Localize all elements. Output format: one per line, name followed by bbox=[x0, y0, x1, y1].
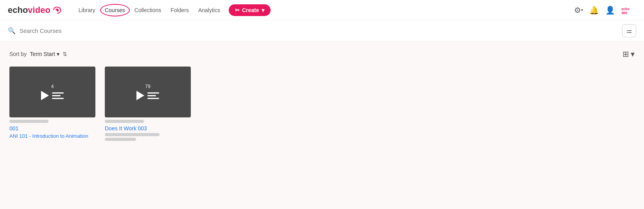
sort-controls: Sort by Term Start ▾ ⇅ bbox=[9, 51, 67, 57]
lines-icon bbox=[52, 92, 64, 99]
line-1 bbox=[52, 92, 64, 94]
course-name[interactable]: 001 bbox=[9, 125, 95, 132]
create-chevron-icon: ▾ bbox=[262, 7, 264, 13]
filter-icon: ⚌ bbox=[626, 27, 632, 34]
create-button-label: Create bbox=[242, 7, 259, 13]
nav-collections[interactable]: Collections bbox=[134, 5, 162, 15]
course-thumb-icon bbox=[41, 91, 64, 100]
course-meta-bar bbox=[9, 120, 48, 123]
line-1 bbox=[147, 92, 159, 94]
courses-grid: 4 001 ANI 101 - Introduction to Animatio… bbox=[9, 67, 635, 141]
line-3 bbox=[52, 98, 64, 99]
main-content: Sort by Term Start ▾ ⇅ ⊞ ▾ 4 bbox=[0, 41, 644, 198]
play-icon bbox=[136, 91, 144, 100]
course-thumbnail: 4 bbox=[9, 67, 95, 117]
user-icon[interactable]: 👤 bbox=[605, 5, 615, 15]
view-toggle[interactable]: ⊞ ▾ bbox=[622, 49, 635, 59]
sort-dropdown-chevron-icon: ▾ bbox=[57, 51, 59, 57]
header: echovideo Library Courses Collections Fo… bbox=[0, 0, 644, 20]
course-meta: Does It Work 003 bbox=[105, 120, 191, 141]
grid-view-icon: ⊞ bbox=[622, 49, 629, 59]
settings-chevron-icon: ▾ bbox=[581, 8, 583, 12]
lines-icon bbox=[147, 92, 159, 99]
echo-brand-svg: echo 360 bbox=[621, 5, 636, 15]
logo-mark-icon bbox=[52, 6, 65, 14]
line-2 bbox=[147, 95, 156, 96]
logo-video-text: video bbox=[28, 5, 50, 15]
svg-point-0 bbox=[56, 9, 58, 11]
svg-text:echo: echo bbox=[621, 7, 630, 11]
filter-button[interactable]: ⚌ bbox=[622, 24, 636, 37]
line-3 bbox=[147, 98, 159, 99]
course-subtitle[interactable]: ANI 101 - Introduction to Animation bbox=[9, 133, 95, 139]
main-nav: Library Courses Collections Folders Anal… bbox=[78, 4, 565, 16]
echo360-brand-mark: echo 360 bbox=[621, 5, 636, 15]
sort-select-dropdown[interactable]: Term Start ▾ bbox=[30, 51, 59, 57]
line-2 bbox=[52, 95, 61, 96]
search-input[interactable] bbox=[20, 27, 618, 34]
search-bar: 🔍 ⚌ bbox=[0, 20, 644, 41]
nav-folders[interactable]: Folders bbox=[170, 5, 190, 15]
create-button[interactable]: ✂ Create ▾ bbox=[229, 4, 271, 16]
create-scissors-icon: ✂ bbox=[235, 7, 240, 13]
notifications-icon[interactable]: 🔔 bbox=[589, 5, 599, 15]
course-count: 79 bbox=[145, 84, 150, 89]
view-chevron-icon: ▾ bbox=[631, 49, 635, 59]
logo-echo-text: echo bbox=[8, 5, 28, 15]
header-right-icons: ⚙ ▾ 🔔 👤 echo 360 bbox=[574, 5, 636, 15]
course-sub-bar bbox=[105, 133, 160, 136]
course-count: 4 bbox=[51, 84, 54, 89]
search-icon: 🔍 bbox=[8, 27, 16, 34]
play-icon bbox=[41, 91, 49, 100]
course-sub-bar2 bbox=[105, 138, 136, 141]
sort-by-label: Sort by bbox=[9, 51, 27, 57]
course-thumb-icon bbox=[136, 91, 159, 100]
sort-direction-icon[interactable]: ⇅ bbox=[63, 51, 67, 57]
course-card[interactable]: 4 001 ANI 101 - Introduction to Animatio… bbox=[9, 67, 95, 141]
nav-courses[interactable]: Courses bbox=[104, 5, 126, 15]
course-card[interactable]: 79 Does It Work 003 bbox=[105, 67, 191, 141]
course-thumbnail: 79 bbox=[105, 67, 191, 117]
course-meta-bar bbox=[105, 120, 144, 123]
settings-icon[interactable]: ⚙ ▾ bbox=[574, 5, 583, 15]
nav-library[interactable]: Library bbox=[78, 5, 96, 15]
svg-text:360: 360 bbox=[621, 11, 627, 15]
course-name[interactable]: Does It Work 003 bbox=[105, 125, 191, 132]
logo[interactable]: echovideo bbox=[8, 5, 65, 15]
sort-value: Term Start bbox=[30, 51, 55, 57]
nav-analytics[interactable]: Analytics bbox=[197, 5, 221, 15]
nav-courses-wrapper[interactable]: Courses bbox=[104, 5, 126, 15]
sort-bar: Sort by Term Start ▾ ⇅ ⊞ ▾ bbox=[9, 49, 635, 59]
course-meta: 001 ANI 101 - Introduction to Animation bbox=[9, 120, 95, 139]
